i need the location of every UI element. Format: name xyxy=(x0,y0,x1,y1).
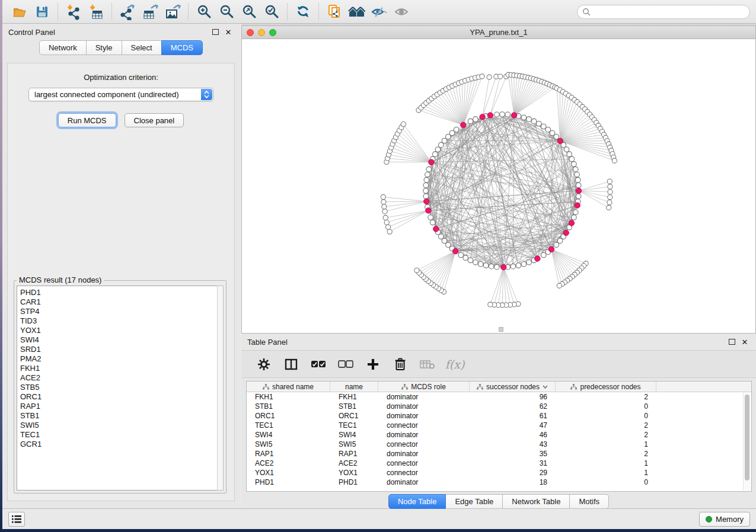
tab-motifs[interactable]: Motifs xyxy=(569,494,609,509)
table-row[interactable]: ACE2ACE2connector311 xyxy=(247,459,751,468)
column-header-mcds-role[interactable]: MCDS role xyxy=(378,382,470,392)
tab-mcds[interactable]: MCDS xyxy=(161,40,203,55)
mcds-tab-content: Optimization criterion: largest connecte… xyxy=(7,63,235,501)
table-row[interactable]: RAP1RAP1dominator352 xyxy=(247,449,751,459)
table-row[interactable]: FKH1FKH1dominator962 xyxy=(247,392,751,402)
table-row[interactable]: SWI5SWI5connector431 xyxy=(247,440,751,449)
table-row[interactable]: YOX1YOX1connector291 xyxy=(247,468,751,477)
fx-icon: f(x) xyxy=(445,358,465,371)
plus-icon xyxy=(366,358,379,371)
toolbar-separator xyxy=(318,4,319,20)
duplicate-network-button[interactable] xyxy=(323,2,346,22)
table-cell: 2 xyxy=(556,392,656,402)
mcds-result-item[interactable]: ACE2 xyxy=(20,373,223,383)
column-header-filler xyxy=(656,382,751,392)
table-settings-button[interactable] xyxy=(254,355,273,374)
zoom-selected-button[interactable] xyxy=(260,2,283,22)
show-columns-button[interactable] xyxy=(282,355,301,374)
mcds-result-item[interactable]: STB5 xyxy=(20,383,223,392)
table-cell: TEC1 xyxy=(330,421,378,430)
tab-edge-table[interactable]: Edge Table xyxy=(445,494,503,509)
table-row[interactable]: TEC1TEC1connector472 xyxy=(247,421,751,430)
table-row[interactable]: PHD1PHD1dominator180 xyxy=(247,477,751,487)
table-cell: RAP1 xyxy=(247,449,330,459)
control-panel: Control Panel ✕ Network Style Select MCD… xyxy=(2,24,240,508)
save-session-button[interactable] xyxy=(31,2,53,22)
zoom-out-button[interactable] xyxy=(215,2,238,22)
toolbar-separator xyxy=(58,4,58,20)
table-body: FKH1FKH1dominator962STB1STB1dominator620… xyxy=(247,392,751,487)
export-network-button[interactable] xyxy=(116,2,139,22)
float-panel-button[interactable] xyxy=(210,27,221,37)
table-scrollbar[interactable] xyxy=(743,393,751,491)
mcds-result-item[interactable]: ORC1 xyxy=(20,392,223,402)
close-table-panel-button[interactable]: ✕ xyxy=(739,336,750,347)
eye-icon xyxy=(393,4,411,20)
mcds-result-item[interactable]: STB1 xyxy=(20,411,223,421)
mcds-result-item[interactable]: FKH1 xyxy=(20,364,223,373)
table-row[interactable]: STB1STB1dominator620 xyxy=(247,402,751,411)
import-table-button[interactable] xyxy=(85,2,107,22)
show-graphics-details-button[interactable] xyxy=(391,2,413,22)
network-canvas[interactable] xyxy=(242,39,755,333)
column-header-shared-name[interactable]: shared name xyxy=(247,382,330,392)
select-all-button[interactable] xyxy=(309,355,328,374)
table-toolbar: f(x) xyxy=(241,350,756,378)
delete-column-button[interactable] xyxy=(391,355,410,374)
hide-graphics-details-button[interactable] xyxy=(368,2,391,22)
home-button[interactable] xyxy=(346,2,368,22)
open-file-button[interactable] xyxy=(8,2,31,22)
close-panel-button[interactable]: ✕ xyxy=(223,27,234,37)
mcds-result-item[interactable]: SRD1 xyxy=(20,345,223,354)
table-cell: ORC1 xyxy=(247,411,330,421)
tab-network-table[interactable]: Network Table xyxy=(502,494,570,509)
export-table-icon xyxy=(142,4,158,20)
control-panel-title: Control Panel xyxy=(8,28,55,37)
search-input[interactable] xyxy=(577,5,750,19)
table-row[interactable]: SWI4SWI4dominator462 xyxy=(247,430,751,440)
close-panel-button-mcds[interactable]: Close panel xyxy=(125,113,184,127)
float-icon xyxy=(212,29,219,35)
network-graph[interactable] xyxy=(242,39,755,333)
memory-button[interactable]: Memory xyxy=(699,512,750,527)
import-network-button[interactable] xyxy=(62,2,85,22)
mcds-result-item[interactable]: RAP1 xyxy=(20,402,223,411)
refresh-view-button[interactable] xyxy=(292,2,314,22)
zoom-fit-button[interactable] xyxy=(238,2,260,22)
mcds-result-item[interactable]: STP4 xyxy=(20,307,223,316)
mcds-result-list[interactable]: PHD1CAR1STP4TID3YOX1SWI4SRD1PMA2FKH1ACE2… xyxy=(17,286,224,491)
tab-network[interactable]: Network xyxy=(39,40,87,55)
column-header-predecessor-nodes[interactable]: predecessor nodes xyxy=(556,382,656,392)
mcds-result-item[interactable]: SWI5 xyxy=(20,421,223,430)
mcds-result-item[interactable]: PHD1 xyxy=(20,288,223,297)
table-cell: SWI4 xyxy=(330,430,378,440)
mcds-result-item[interactable]: CAR1 xyxy=(20,297,223,307)
mcds-result-group: MCDS result (17 nodes) PHD1CAR1STP4TID3Y… xyxy=(14,280,227,493)
table-cell: dominator xyxy=(378,430,470,440)
task-history-button[interactable] xyxy=(8,512,25,527)
mcds-result-item[interactable]: TID3 xyxy=(20,316,223,326)
criterion-dropdown[interactable]: largest connected component (undirected) xyxy=(28,88,213,101)
tab-select[interactable]: Select xyxy=(122,40,162,55)
canvas-handle[interactable] xyxy=(499,327,503,332)
mcds-list-scrollbar[interactable] xyxy=(217,286,224,491)
table-row[interactable]: ORC1ORC1dominator610 xyxy=(247,411,751,421)
export-image-button[interactable] xyxy=(161,2,184,22)
table-scrollbar-thumb[interactable] xyxy=(745,395,749,480)
column-header-name[interactable]: name xyxy=(330,382,378,392)
column-header-successor-nodes[interactable]: successor nodes xyxy=(470,382,556,392)
mcds-result-item[interactable]: PMA2 xyxy=(20,354,223,364)
zoom-in-button[interactable] xyxy=(193,2,215,22)
run-mcds-button[interactable]: Run MCDS xyxy=(58,113,116,127)
table-cell: 2 xyxy=(556,430,656,440)
export-table-button[interactable] xyxy=(139,2,161,22)
float-table-panel-button[interactable] xyxy=(726,336,737,347)
mcds-result-item[interactable]: YOX1 xyxy=(20,326,223,335)
tab-node-table[interactable]: Node Table xyxy=(388,494,446,509)
mcds-result-item[interactable]: SWI4 xyxy=(20,335,223,345)
mcds-result-item[interactable]: TEC1 xyxy=(20,430,223,440)
mcds-result-item[interactable]: GCR1 xyxy=(20,440,223,449)
deselect-all-button[interactable] xyxy=(336,355,355,374)
tab-style[interactable]: Style xyxy=(86,40,122,55)
create-column-button[interactable] xyxy=(363,355,382,374)
